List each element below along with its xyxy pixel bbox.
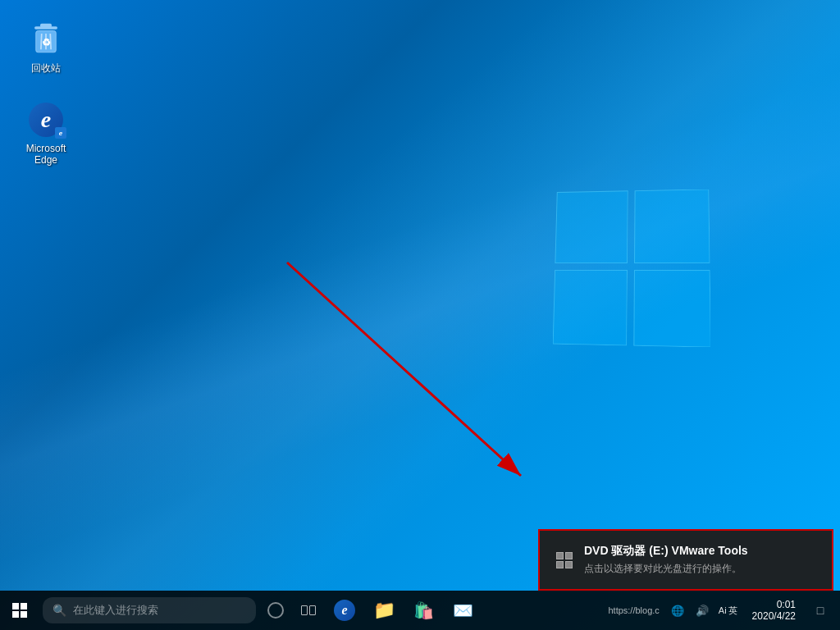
- network-indicator: 🌐: [671, 605, 684, 617]
- taskbar-search[interactable]: 🔍 在此键入进行搜索: [43, 597, 256, 623]
- taskbar-explorer-button[interactable]: 📁: [364, 591, 404, 630]
- cortana-button[interactable]: [259, 591, 292, 630]
- taskbar: 🔍 在此键入进行搜索 e 📁 🛍️ ✉️: [0, 591, 840, 630]
- notification-content: DVD 驱动器 (E:) VMware Tools 点击以选择要对此光盘进行的操…: [584, 544, 815, 576]
- lang-label: 英: [728, 605, 737, 617]
- ime-icon: Ai: [719, 605, 727, 615]
- clock-time: 0:01: [777, 599, 796, 610]
- folder-icon: 📁: [373, 600, 395, 621]
- svg-text:♻: ♻: [42, 37, 51, 48]
- notification-subtitle: 点击以选择要对此光盘进行的操作。: [584, 562, 815, 576]
- sound-icon[interactable]: 🔊: [691, 599, 714, 622]
- svg-rect-1: [40, 24, 52, 27]
- search-placeholder: 在此键入进行搜索: [73, 603, 158, 618]
- desktop: ♻ 回收站 e e Microsoft Edge: [0, 0, 840, 630]
- notification-popup[interactable]: DVD 驱动器 (E:) VMware Tools 点击以选择要对此光盘进行的操…: [538, 529, 833, 591]
- store-icon: 🛍️: [413, 600, 434, 620]
- edge-icon[interactable]: e e Microsoft Edge: [13, 97, 79, 170]
- system-tray: https://blog.c 🌐 🔊 Ai 英 0:01 2020/4/22 □: [601, 591, 840, 630]
- cortana-icon: [267, 602, 284, 619]
- notification-title: DVD 驱动器 (E:) VMware Tools: [584, 544, 815, 559]
- notifications-button[interactable]: □: [807, 591, 833, 630]
- notification-dvd-icon: [556, 552, 573, 568]
- taskbar-edge-icon: e: [334, 600, 355, 621]
- task-view-icon: [301, 605, 316, 615]
- taskbar-mail-button[interactable]: ✉️: [443, 591, 482, 630]
- taskbar-store-button[interactable]: 🛍️: [404, 591, 443, 630]
- network-icon[interactable]: 🌐: [666, 599, 689, 622]
- recycle-bin-label: 回收站: [31, 62, 61, 74]
- edge-label: Microsoft Edge: [16, 143, 75, 167]
- taskbar-edge-button[interactable]: e: [325, 591, 364, 630]
- clock-date: 2020/4/22: [752, 610, 796, 622]
- windows-logo: [553, 189, 709, 345]
- start-button[interactable]: [0, 591, 39, 630]
- clock[interactable]: 0:01 2020/4/22: [742, 599, 806, 623]
- task-view-button[interactable]: [292, 591, 325, 630]
- language-indicator[interactable]: Ai 英: [715, 605, 741, 617]
- notifications-icon: □: [817, 604, 824, 617]
- windows-start-icon: [12, 603, 27, 618]
- search-icon: 🔍: [52, 604, 66, 617]
- mail-icon: ✉️: [453, 600, 473, 620]
- recycle-bin-icon[interactable]: ♻ 回收站: [13, 16, 79, 77]
- svg-line-8: [287, 262, 521, 476]
- arrow-annotation: [279, 254, 541, 492]
- volume-icon: 🔊: [696, 605, 709, 617]
- systray-url: https://blog.c: [608, 605, 659, 615]
